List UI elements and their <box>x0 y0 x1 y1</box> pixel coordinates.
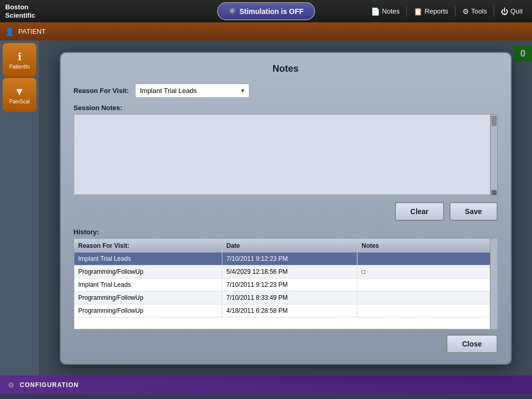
nav-notes[interactable]: 📄 Notes <box>367 5 404 18</box>
nav-reports-label: Reports <box>424 7 448 15</box>
cell-date: 5/4/2029 12:18:56 PM <box>222 265 357 278</box>
right-panel: 0 Notes Reason For Visit: Implant Trial … <box>39 41 532 376</box>
nav-tools-label: Tools <box>471 7 487 15</box>
patient-icon: 👤 <box>5 28 14 36</box>
patient-label: PATIENT <box>18 28 46 35</box>
logo: Boston Scientific <box>5 3 35 19</box>
stim-icon: ✳ <box>229 6 235 16</box>
sidebar-item-painscale[interactable]: ▼ PainScal <box>3 78 36 112</box>
table-row[interactable]: Implant Trial Leads7/10/2011 9:12:23 PM <box>74 252 497 265</box>
col-header-notes: Notes <box>357 239 497 252</box>
table-header-row: Reason For Visit: Date Notes <box>74 239 497 252</box>
cell-date: 4/18/2011 6:28:58 PM <box>222 304 357 317</box>
cell-reason: Programming/FollowUp <box>74 304 222 317</box>
top-bar: Boston Scientific ✳ Stimulation is OFF 📄… <box>0 0 532 22</box>
cell-notes <box>357 278 497 291</box>
table-row[interactable]: Programming/FollowUp5/4/2029 12:18:56 PM… <box>74 265 497 278</box>
cell-reason: Programming/FollowUp <box>74 291 222 304</box>
config-icon: ⚙ <box>8 381 15 389</box>
col-header-reason: Reason For Visit: <box>74 239 222 252</box>
notes-scrollbar[interactable] <box>490 114 498 197</box>
info-icon: ℹ <box>18 50 22 63</box>
reason-select[interactable]: Implant Trial Leads Programming/FollowUp… <box>135 84 249 98</box>
history-tbody: Implant Trial Leads7/10/2011 9:12:23 PMP… <box>74 252 497 317</box>
nav-reports[interactable]: 📋 Reports <box>409 5 453 18</box>
tools-icon: ⚙ <box>462 7 469 16</box>
table-row[interactable]: Programming/FollowUp4/18/2011 6:28:58 PM <box>74 304 497 317</box>
table-scrollbar[interactable] <box>490 239 497 329</box>
history-label: History: <box>74 228 498 236</box>
divider <box>406 6 407 17</box>
modal-title: Notes <box>74 63 498 74</box>
history-table-container: Reason For Visit: Date Notes Implant Tri… <box>74 238 498 329</box>
nav-quit[interactable]: ⏻ Quit <box>497 5 527 18</box>
reason-row: Reason For Visit: Implant Trial Leads Pr… <box>74 84 498 98</box>
config-label: CONFIGURATION <box>20 381 78 389</box>
notes-container <box>74 114 498 197</box>
stimulation-button[interactable]: ✳ Stimulation is OFF <box>217 2 315 20</box>
sidebar: ℹ PatientIn ▼ PainScal <box>0 41 39 376</box>
cell-reason: Programming/FollowUp <box>74 265 222 278</box>
modal-overlay: Notes Reason For Visit: Implant Trial Le… <box>39 41 532 376</box>
mapping-bar: ↔ MAPPING AND PROGRAMS Program 🖥 🔋 📶 〇〇 <box>0 394 532 399</box>
col-header-date: Date <box>222 239 357 252</box>
divider2 <box>455 6 456 17</box>
nav-quit-label: Quit <box>510 7 523 15</box>
cell-reason: Implant Trial Leads <box>74 278 222 291</box>
session-notes-input[interactable] <box>74 114 490 195</box>
divider3 <box>494 6 494 17</box>
top-nav: 📄 Notes 📋 Reports ⚙ Tools ⏻ Quit <box>367 5 527 18</box>
close-btn-row: Close <box>74 335 498 353</box>
reason-label: Reason For Visit: <box>74 87 129 95</box>
cell-notes <box>357 304 497 317</box>
logo-text: Boston Scientific <box>5 3 35 19</box>
scroll-thumb-top <box>491 116 497 126</box>
history-table: Reason For Visit: Date Notes Implant Tri… <box>74 239 497 317</box>
session-notes-label: Session Notes: <box>74 104 498 112</box>
power-icon: ⏻ <box>501 7 508 16</box>
action-buttons: Clear Save <box>74 202 498 221</box>
notes-icon: 📄 <box>371 7 380 16</box>
nav-notes-label: Notes <box>382 7 400 15</box>
close-button[interactable]: Close <box>446 335 497 353</box>
scroll-thumb-bottom <box>491 190 497 195</box>
cell-date: 7/10/2011 9:12:23 PM <box>222 278 357 291</box>
cell-notes <box>357 291 497 304</box>
cell-reason: Implant Trial Leads <box>74 252 222 265</box>
sidebar-item-patientinfo[interactable]: ℹ PatientIn <box>3 43 36 77</box>
painscale-icon: ▼ <box>15 86 25 98</box>
sidebar-item-painscale-label: PainScal <box>9 99 30 104</box>
reason-select-wrapper: Implant Trial Leads Programming/FollowUp… <box>135 84 249 98</box>
cell-notes <box>357 252 497 265</box>
table-row[interactable]: Programming/FollowUp7/10/2011 8:33:49 PM <box>74 291 497 304</box>
stimulation-label: Stimulation is OFF <box>240 7 304 16</box>
notes-modal: Notes Reason For Visit: Implant Trial Le… <box>60 52 512 365</box>
reports-icon: 📋 <box>414 7 422 16</box>
cell-notes: □ <box>357 265 497 278</box>
cell-date: 7/10/2011 8:33:49 PM <box>222 291 357 304</box>
config-bar: ⚙ CONFIGURATION <box>0 376 532 394</box>
cell-date: 7/10/2011 9:12:23 PM <box>222 252 357 265</box>
sidebar-item-patientinfo-label: PatientIn <box>9 64 30 70</box>
save-button[interactable]: Save <box>449 202 498 221</box>
patient-bar: 👤 PATIENT <box>0 22 532 41</box>
nav-tools[interactable]: ⚙ Tools <box>458 5 491 18</box>
clear-button[interactable]: Clear <box>395 202 444 221</box>
table-row[interactable]: Implant Trial Leads7/10/2011 9:12:23 PM <box>74 278 497 291</box>
